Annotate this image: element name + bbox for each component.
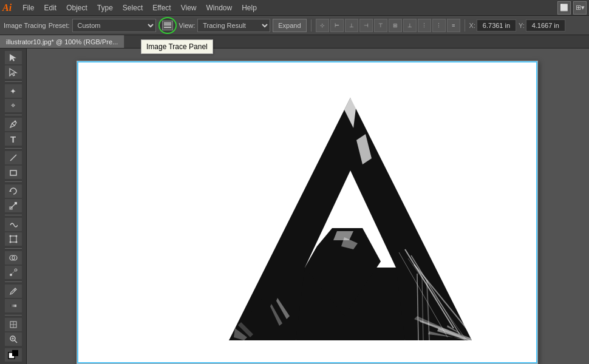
- distribute2-icon[interactable]: ⋮: [432, 19, 446, 32]
- arrange-icon[interactable]: ⬜: [557, 1, 571, 15]
- select-tool-btn[interactable]: [5, 51, 22, 64]
- main-area: ✦ ⌖ T: [0, 49, 589, 364]
- artwork-svg: [199, 79, 502, 364]
- tool-divider7: [5, 281, 22, 282]
- distribute-icon[interactable]: ⋮: [418, 19, 431, 32]
- app-logo: Ai: [2, 2, 12, 13]
- scale-tool-btn[interactable]: [5, 199, 22, 212]
- tool-divider4: [5, 181, 22, 182]
- align-center-icon[interactable]: ⊥: [345, 19, 358, 32]
- tool-divider6: [5, 248, 22, 249]
- line-segment-tool-btn[interactable]: [5, 151, 22, 164]
- tool-divider8: [5, 315, 22, 315]
- type-tool-btn[interactable]: T: [5, 132, 22, 146]
- image-trace-toolbar: Image Tracing Preset: Custom Default Hig…: [0, 16, 589, 35]
- svg-point-10: [9, 241, 11, 243]
- separator2: [465, 19, 465, 32]
- tool-divider3: [5, 148, 22, 149]
- transform-icon1[interactable]: ⊹: [316, 19, 329, 32]
- shape-builder-tool-btn[interactable]: [5, 251, 22, 265]
- panel-icon-line3: [164, 27, 171, 28]
- transform-icons: ⊹ ⊢ ⊥ ⊣ ⊤ ⊞ ⊥ ⋮ ⋮ ≡: [316, 19, 460, 32]
- menu-object[interactable]: Object: [61, 2, 92, 13]
- doc-tab-title: illustrator10.jpg* @ 100% (RGB/Pre...: [6, 38, 118, 46]
- mesh-tool-btn[interactable]: [5, 318, 22, 331]
- y-label: Y:: [519, 22, 525, 29]
- tooltip-text: Image Trace Panel: [146, 42, 208, 51]
- svg-point-8: [9, 235, 11, 237]
- menu-file[interactable]: File: [18, 2, 39, 13]
- x-label: X:: [469, 22, 475, 29]
- panel-icon-line1: [164, 22, 171, 24]
- y-input[interactable]: [526, 19, 565, 32]
- view-select[interactable]: Tracing Result Tracing Result with Outli…: [197, 19, 270, 32]
- artboard: [77, 61, 538, 364]
- svg-rect-2: [10, 170, 16, 175]
- menu-right-icons: ⬜ ⊞▾: [557, 1, 587, 15]
- doc-tab-row: illustrator10.jpg* @ 100% (RGB/Pre...: [0, 35, 589, 49]
- lasso-tool-btn[interactable]: ⌖: [5, 99, 22, 112]
- svg-point-0: [14, 120, 16, 122]
- zoom-tool-btn[interactable]: [5, 332, 22, 346]
- preset-label: Preset:: [49, 22, 70, 29]
- stroke-fill-selector[interactable]: [5, 348, 22, 362]
- svg-rect-27: [12, 350, 18, 356]
- gradient-tool-btn[interactable]: [5, 299, 22, 312]
- doc-tab[interactable]: illustrator10.jpg* @ 100% (RGB/Pre...: [0, 35, 124, 48]
- blend-tool-btn[interactable]: [5, 266, 22, 279]
- svg-line-16: [12, 271, 15, 274]
- svg-line-23: [15, 340, 17, 343]
- distribute3-icon[interactable]: ≡: [447, 19, 460, 32]
- separator1: [311, 19, 312, 32]
- left-toolbar: ✦ ⌖ T: [0, 49, 27, 364]
- align-left-icon[interactable]: ⊢: [330, 19, 344, 32]
- menu-help[interactable]: Help: [237, 2, 262, 13]
- menu-select[interactable]: Select: [118, 2, 148, 13]
- free-transform-tool-btn[interactable]: [5, 232, 22, 246]
- image-trace-panel-tooltip: Image Trace Panel: [141, 39, 213, 54]
- tool-divider2: [5, 115, 22, 115]
- y-coordinate-group: Y:: [519, 19, 565, 32]
- eyedropper-tool-btn[interactable]: [5, 285, 22, 298]
- x-coordinate-group: X:: [469, 19, 516, 32]
- svg-rect-18: [10, 305, 16, 307]
- panel-icon-line2: [164, 24, 171, 25]
- svg-point-9: [15, 235, 17, 237]
- rectangle-tool-btn[interactable]: [5, 166, 22, 179]
- menu-window[interactable]: Window: [201, 2, 237, 13]
- workspace-icon[interactable]: ⊞▾: [573, 1, 587, 15]
- rotate-tool-btn[interactable]: [5, 184, 22, 198]
- expand-button[interactable]: Expand: [273, 19, 306, 32]
- x-input[interactable]: [477, 19, 516, 32]
- align-bottom-icon[interactable]: ⊥: [403, 19, 417, 32]
- direct-select-tool-btn[interactable]: [5, 66, 22, 79]
- canvas-area: [27, 49, 589, 364]
- warp-tool-btn[interactable]: [5, 218, 22, 231]
- svg-rect-7: [10, 236, 16, 242]
- menu-bar: Ai File Edit Object Type Select Effect V…: [0, 0, 589, 16]
- align-right-icon[interactable]: ⊣: [359, 19, 373, 32]
- view-label: View:: [179, 22, 196, 29]
- svg-rect-5: [15, 202, 17, 204]
- panel-icon-graphic: [162, 21, 173, 30]
- svg-line-1: [10, 155, 16, 161]
- menu-effect[interactable]: Effect: [148, 2, 175, 13]
- preset-select[interactable]: Custom Default High Fidelity Photo Low F…: [72, 19, 156, 32]
- menu-view[interactable]: View: [176, 2, 202, 13]
- image-tracing-label: Image Tracing: [4, 22, 46, 29]
- image-trace-panel-button[interactable]: [158, 17, 177, 34]
- tool-divider5: [5, 215, 22, 215]
- menu-type[interactable]: Type: [92, 2, 118, 13]
- svg-point-11: [15, 241, 17, 243]
- pen-tool-btn[interactable]: [5, 118, 22, 131]
- align-top-icon[interactable]: ⊤: [374, 19, 387, 32]
- svg-marker-3: [9, 190, 12, 192]
- tool-divider1: [5, 81, 22, 82]
- menu-edit[interactable]: Edit: [39, 2, 61, 13]
- align-middle-icon[interactable]: ⊞: [389, 19, 402, 32]
- magic-wand-tool-btn[interactable]: ✦: [5, 84, 22, 98]
